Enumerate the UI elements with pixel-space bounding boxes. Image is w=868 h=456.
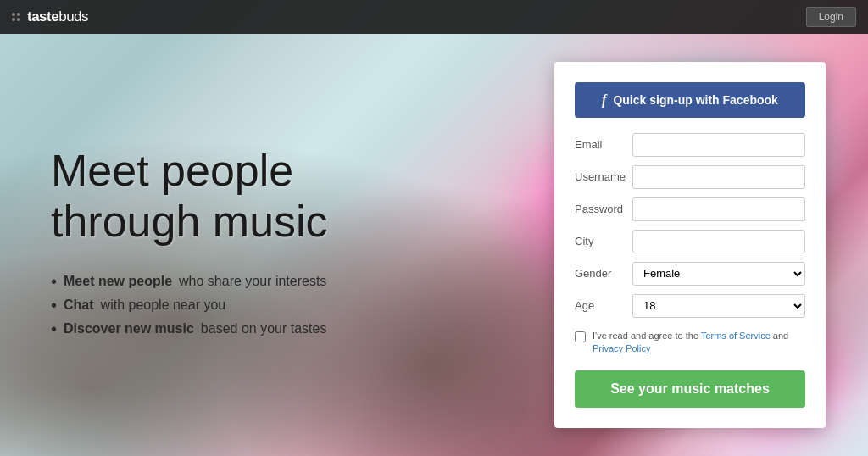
terms-of-service-link[interactable]: Terms of Service (701, 331, 771, 341)
signup-card: f Quick sign-up with Facebook Email User… (554, 62, 826, 429)
bullet-discover: Discover new music based on your tastes (51, 320, 504, 337)
facebook-signup-button[interactable]: f Quick sign-up with Facebook (575, 82, 805, 118)
privacy-policy-link[interactable]: Privacy Policy (593, 343, 650, 353)
age-row: Age 18 19 20 21 25 30 (575, 294, 805, 318)
gender-row: Gender Female Male Other (575, 262, 805, 286)
terms-text: I've read and agree to the Terms of Serv… (593, 330, 805, 356)
city-label: City (575, 235, 632, 247)
password-input[interactable] (632, 197, 805, 221)
terms-checkbox[interactable] (575, 331, 586, 342)
logo-text: tastebuds (27, 8, 88, 25)
navbar: tastebuds Login (0, 0, 868, 34)
logo: tastebuds (12, 8, 88, 25)
username-label: Username (575, 170, 632, 183)
bullet-chat: Chat with people near you (51, 297, 504, 314)
gender-label: Gender (575, 267, 632, 280)
facebook-icon: f (602, 92, 606, 108)
terms-row: I've read and agree to the Terms of Serv… (575, 330, 805, 356)
submit-button[interactable]: See your music matches (575, 370, 805, 408)
hero-section: Meet people through music Meet new peopl… (0, 112, 554, 378)
bullet-meet: Meet new people who share your interests (51, 273, 504, 290)
city-input[interactable] (632, 230, 805, 253)
username-row: Username (575, 165, 805, 189)
email-label: Email (575, 138, 632, 151)
city-row: City (575, 230, 805, 253)
logo-dots-icon (12, 13, 20, 21)
main-content: Meet people through music Meet new peopl… (0, 34, 868, 456)
hero-bullets: Meet new people who share your interests… (51, 273, 504, 337)
age-label: Age (575, 299, 632, 312)
username-input[interactable] (632, 165, 805, 189)
password-row: Password (575, 197, 805, 221)
password-label: Password (575, 203, 632, 215)
hero-title: Meet people through music (51, 146, 504, 247)
email-row: Email (575, 133, 805, 157)
gender-select[interactable]: Female Male Other (632, 262, 805, 286)
login-button[interactable]: Login (806, 7, 856, 27)
email-input[interactable] (632, 133, 805, 157)
age-select[interactable]: 18 19 20 21 25 30 (632, 294, 805, 318)
